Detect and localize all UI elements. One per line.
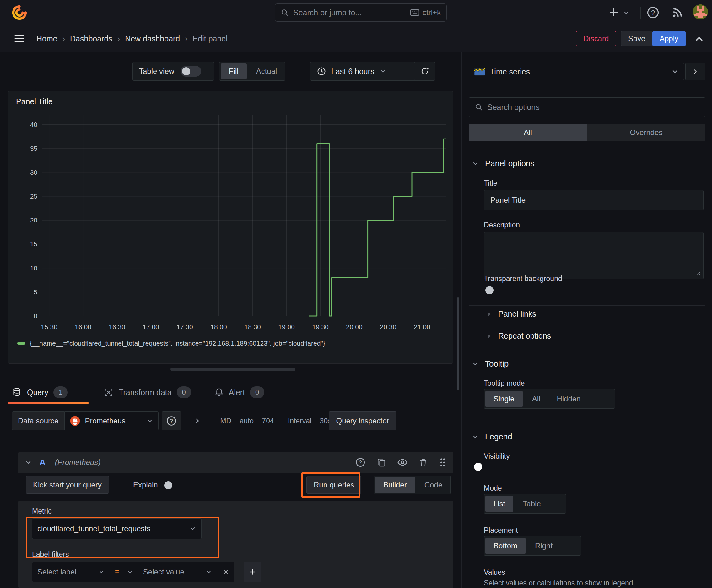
visualization-picker[interactable]: Time series [469, 63, 684, 80]
series-legend-label[interactable]: {__name__="cloudflared_tunnel_total_requ… [30, 339, 325, 347]
svg-text:21:00: 21:00 [414, 323, 430, 331]
options-tabs: All Overrides [469, 124, 706, 141]
options-tab-all[interactable]: All [469, 124, 587, 141]
series-color-swatch[interactable] [17, 342, 25, 344]
breadcrumb-dashboards[interactable]: Dashboards [70, 34, 112, 43]
select-label-dropdown[interactable]: Select label [32, 562, 110, 582]
query-help-icon[interactable]: ? [355, 457, 366, 468]
panel-title[interactable]: Panel Title [16, 97, 53, 106]
tab-query[interactable]: Query 1 [8, 381, 68, 404]
tab-alert-label: Alert [229, 388, 245, 397]
viz-suggestions-chevron-right-icon[interactable] [685, 63, 706, 80]
section-divider [469, 305, 706, 306]
grafana-logo-icon[interactable] [11, 4, 28, 21]
duplicate-query-icon[interactable] [376, 457, 386, 467]
tooltip-chevron-down-icon [472, 361, 479, 368]
actual-option[interactable]: Actual [248, 62, 285, 80]
panel-options-header[interactable]: Panel options [472, 159, 535, 168]
options-search-box[interactable]: Search options [469, 97, 706, 117]
global-search-box[interactable]: Search or jump to... ctrl+k [275, 3, 447, 22]
datasource-name: Prometheus [85, 417, 125, 425]
explain-label: Explain [133, 481, 158, 489]
remove-filter-x-icon[interactable] [217, 562, 234, 582]
panel-resize-handle[interactable] [170, 368, 296, 371]
breadcrumb-new-dashboard[interactable]: New dashboard [125, 34, 180, 43]
table-view-toggle[interactable] [180, 66, 201, 77]
legend-header[interactable]: Legend [472, 432, 512, 442]
panel-options-chevron-down-icon [472, 160, 479, 167]
description-field-label: Description [484, 221, 520, 229]
legend-placement-right[interactable]: Right [527, 537, 561, 555]
apply-button[interactable]: Apply [652, 31, 686, 46]
svg-text:?: ? [359, 460, 362, 465]
legend-mode-label: Mode [484, 484, 502, 492]
delete-query-trash-icon[interactable] [418, 458, 428, 467]
new-chevron-down-icon[interactable] [623, 9, 630, 16]
new-plus-icon[interactable] [608, 6, 620, 18]
legend-placement-segmented: Bottom Right [484, 536, 581, 555]
hide-query-eye-icon[interactable] [397, 457, 408, 468]
legend-mode-list[interactable]: List [486, 496, 513, 512]
metric-value: cloudflared_tunnel_total_requests [37, 524, 150, 533]
keyboard-icon [410, 9, 419, 16]
title-input[interactable] [484, 190, 704, 210]
help-icon[interactable]: ? [646, 6, 660, 19]
nav-bar: Home › Dashboards › New dashboard › Edit… [0, 25, 712, 52]
time-range-label: Last 6 hours [331, 67, 374, 76]
add-filter-plus-icon[interactable] [244, 562, 261, 582]
datasource-help-icon[interactable]: ? [162, 412, 181, 430]
metric-label: Metric [32, 507, 52, 516]
news-rss-icon[interactable] [671, 6, 684, 19]
run-queries-button[interactable]: Run queries [306, 476, 361, 494]
builder-option[interactable]: Builder [375, 477, 415, 493]
options-expand-chevron-right-icon[interactable] [194, 417, 201, 425]
svg-text:20: 20 [30, 216, 37, 224]
tooltip-mode-hidden[interactable]: Hidden [548, 390, 589, 408]
svg-text:35: 35 [30, 145, 37, 152]
datasource-row: Data source Prometheus ? MD = auto = 704… [12, 412, 396, 430]
legend-mode-table[interactable]: Table [515, 495, 549, 513]
discard-button[interactable]: Discard [576, 31, 616, 46]
legend-placement-bottom[interactable]: Bottom [486, 538, 525, 554]
svg-text:18:30: 18:30 [244, 323, 261, 331]
save-button[interactable]: Save [621, 31, 653, 46]
operator-dropdown[interactable]: = [110, 562, 138, 582]
svg-text:20:30: 20:30 [380, 323, 396, 331]
description-textarea[interactable] [484, 232, 704, 279]
menu-icon[interactable] [13, 33, 26, 44]
search-icon [281, 8, 289, 17]
drag-query-grip-icon[interactable] [438, 457, 447, 467]
collapse-pane-chevron-up-icon[interactable] [694, 34, 705, 44]
query-collapse-chevron-down-icon[interactable] [24, 459, 32, 466]
tooltip-header[interactable]: Tooltip [472, 359, 509, 369]
fill-option[interactable]: Fill [221, 63, 247, 79]
time-range-picker[interactable]: Last 6 hours [310, 62, 414, 80]
top-bar: Search or jump to... ctrl+k ? [0, 0, 712, 25]
datasource-chevron-down-icon [146, 417, 153, 424]
tooltip-mode-label: Tooltip mode [484, 379, 524, 387]
kick-start-query-button[interactable]: Kick start your query [26, 476, 109, 494]
datasource-picker[interactable]: Prometheus [64, 412, 158, 430]
code-option[interactable]: Code [416, 476, 451, 494]
section-divider [462, 427, 712, 427]
tab-alert[interactable]: Alert 0 [214, 381, 264, 404]
textarea-resize-handle[interactable] [695, 270, 701, 276]
refresh-control[interactable] [414, 62, 435, 81]
main-scrollbar[interactable] [457, 297, 459, 390]
user-avatar[interactable] [693, 4, 708, 19]
tabs-bottom-border [0, 404, 460, 404]
panel-links-header[interactable]: Panel links [486, 309, 536, 318]
panel-options-header-label: Panel options [485, 159, 535, 168]
select-value-dropdown[interactable]: Select value [138, 562, 217, 582]
metric-select[interactable]: cloudflared_tunnel_total_requests [32, 518, 201, 539]
tab-transform-data[interactable]: Transform data 0 [104, 381, 191, 404]
breadcrumb-home[interactable]: Home [37, 34, 58, 43]
repeat-options-header[interactable]: Repeat options [486, 331, 551, 340]
tooltip-mode-single[interactable]: Single [486, 391, 523, 407]
legend-mode-segmented: List Table [484, 494, 566, 513]
query-inspector-button[interactable]: Query inspector [329, 412, 396, 430]
options-tab-overrides[interactable]: Overrides [587, 124, 706, 141]
tooltip-mode-all[interactable]: All [524, 390, 549, 408]
time-series-chart[interactable]: 051015202530354015:3016:0016:3017:0017:3… [11, 110, 451, 343]
query-row-header[interactable]: A (Prometheus) ? [18, 452, 453, 473]
